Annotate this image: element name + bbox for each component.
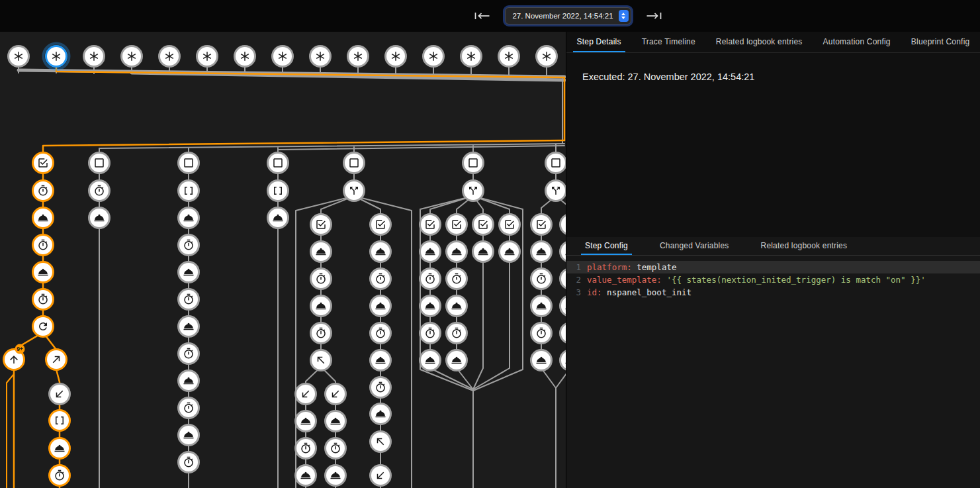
next-trace-button[interactable] [643,9,664,23]
trace-node-timer[interactable] [311,323,332,344]
trace-node-asterisk[interactable] [499,46,519,67]
trace-node-dome[interactable] [371,242,391,262]
trace-node-arrow-sw[interactable] [296,384,316,405]
trace-node-timer[interactable] [179,344,199,364]
trace-node-timer[interactable] [179,452,199,473]
trace-node-arrow-nw[interactable] [371,432,391,452]
trace-node-timer[interactable] [311,269,332,289]
trace-node-asterisk[interactable] [386,46,406,67]
trace-run-selector[interactable]: 27. November 2022, 14:54:21 [505,7,631,24]
yaml-editor[interactable]: 1platform: template 2value_template: '{{… [566,256,980,488]
tab-step-details[interactable]: Step Details [573,32,625,52]
trace-node-dome[interactable] [179,371,199,391]
trace-node-timer[interactable] [179,289,199,310]
trace-node-timer[interactable] [531,323,552,344]
trace-node-timer[interactable] [371,323,391,344]
trace-node-dome[interactable] [179,262,199,283]
trace-node-asterisk[interactable] [44,44,69,70]
trace-node-timer[interactable] [50,465,70,486]
trace-node-square[interactable] [344,153,365,173]
trace-node-checkbox[interactable] [371,215,391,235]
trace-node-asterisk[interactable] [122,46,142,67]
trace-node-asterisk[interactable] [537,46,557,67]
trace-node-timer[interactable] [447,323,467,344]
trace-node-asterisk[interactable] [9,46,29,67]
trace-node-checkbox[interactable] [311,215,332,235]
trace-node-dome[interactable] [33,208,54,228]
trace-node-dome[interactable] [311,242,332,262]
trace-node-arrow-sw[interactable] [326,384,346,405]
trace-node-brackets[interactable] [179,181,199,201]
trace-node-timer[interactable] [179,398,199,418]
trace-node-timer[interactable] [326,438,346,459]
trace-node-asterisk[interactable] [235,46,255,67]
previous-trace-button[interactable] [472,9,493,23]
trace-node-timer[interactable] [371,269,391,289]
trace-node-square[interactable] [89,153,110,173]
trace-node-dome[interactable] [296,465,316,486]
trace-node-dome[interactable] [447,350,467,371]
trace-node-brackets[interactable] [268,181,289,201]
trace-node-dome[interactable] [268,208,289,228]
trace-node-asterisk[interactable] [348,46,369,67]
trace-node-asterisk[interactable] [159,46,180,67]
trace-node-asterisk[interactable] [423,46,444,67]
tab-related-logbook-entries[interactable]: Related logbook entries [712,32,807,52]
trace-node-dome[interactable] [179,425,199,446]
trace-node-dome[interactable] [531,242,552,262]
trace-node-arrow-ne[interactable] [46,350,67,370]
trace-node-checkbox[interactable] [447,215,467,235]
trace-node-dome[interactable] [473,242,494,262]
trace-node-asterisk[interactable] [310,46,331,67]
trace-node-refresh[interactable] [33,317,54,337]
trace-node-dome[interactable] [500,242,520,262]
trace-node-square[interactable] [268,153,289,173]
trace-node-timer[interactable] [560,323,566,344]
trace-node-dome[interactable] [420,296,441,317]
trace-node-dome[interactable] [560,350,566,371]
trace-node-timer[interactable] [420,269,441,289]
trace-node-timer[interactable] [531,269,552,289]
trace-node-timer[interactable] [447,269,467,289]
trace-node-checkbox[interactable] [33,153,54,173]
trace-node-asterisk[interactable] [273,46,293,67]
trace-node-dome[interactable] [420,242,441,262]
tab-blueprint-config[interactable]: Blueprint Config [907,32,974,52]
trace-node-dome[interactable] [371,296,391,317]
tab-changed-variables[interactable]: Changed Variables [656,237,733,255]
trace-node-dome[interactable] [326,411,346,432]
tab-step-config[interactable]: Step Config [581,237,632,255]
trace-node-dome[interactable] [531,296,552,317]
trace-node-split[interactable] [463,181,484,201]
trace-node-checkbox[interactable] [531,215,552,235]
trace-node-timer[interactable] [371,377,391,398]
trace-node-dome[interactable] [311,296,332,317]
trace-node-timer[interactable] [33,235,54,256]
trace-node-dome[interactable] [89,208,110,228]
trace-node-dome[interactable] [179,317,199,337]
trace-node-dome[interactable] [447,296,467,317]
trace-node-asterisk[interactable] [461,46,482,67]
tab-related-logbook-entries-2[interactable]: Related logbook entries [757,237,852,255]
tab-automation-config[interactable]: Automation Config [819,32,895,52]
trace-node-square[interactable] [463,153,484,173]
trace-node-timer[interactable] [89,181,110,201]
trace-node-dome[interactable] [371,350,391,371]
trace-node-dome[interactable] [560,242,566,262]
trace-node-dome[interactable] [560,296,566,317]
trace-node-dome[interactable] [33,262,54,283]
trace-node-dome[interactable] [326,465,346,486]
trace-node-timer[interactable] [560,269,566,289]
trace-node-timer[interactable] [296,438,316,459]
trace-node-split[interactable] [344,181,365,201]
trace-node-brackets[interactable] [50,411,70,431]
trace-node-dome[interactable] [50,438,70,459]
trace-node-asterisk[interactable] [197,46,218,67]
trace-node-dome[interactable] [179,208,199,228]
trace-node-checkbox[interactable] [560,215,566,235]
tab-trace-timeline[interactable]: Trace Timeline [638,32,699,52]
trace-node-arrow-sw[interactable] [371,465,391,486]
trace-node-asterisk[interactable] [84,46,105,67]
trace-node-checkbox[interactable] [473,215,494,235]
trace-node-arrow-nw[interactable] [311,350,332,371]
